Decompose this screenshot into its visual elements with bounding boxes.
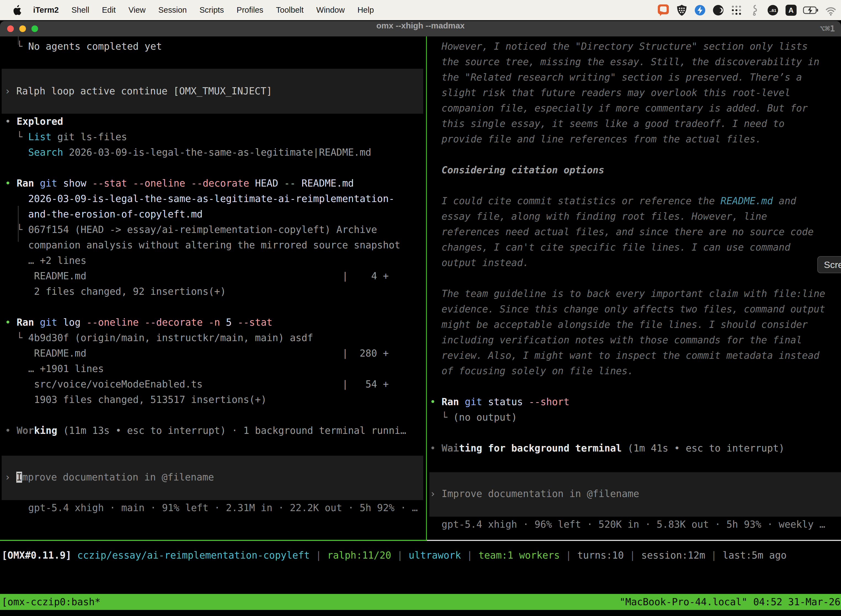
shield-icon[interactable] [675,4,688,16]
terminal-line: › Improve documentation in @filename [5,469,423,485]
terminal-line: However, I noticed the "Directory Struct… [430,39,841,54]
battery-61-icon[interactable]: ..61 [766,4,779,16]
terminal-line: [OMX#0.11.9] cczip/essay/ai-reimplementa… [1,547,787,563]
input-source-letter: A [788,6,794,14]
apple-menu-icon[interactable] [12,5,22,16]
terminal-line: • Working (11m 13s • esc to interrupt) ·… [5,423,426,438]
terminal-line: • Ran git show --stat --oneline --decora… [5,176,426,191]
terminal-line: provide file and line references from th… [430,131,841,147]
left-prompt-input[interactable]: › Improve documentation in @filename [1,456,423,500]
chat-bubble-icon[interactable] [657,4,670,16]
terminal-line: I could cite commit statistics or refere… [430,193,841,209]
omx-status-line: [OMX#0.11.9] cczip/essay/ai-reimplementa… [1,547,787,563]
right-pane-statusline: gpt-5.4 xhigh · 96% left · 520K in · 5.8… [430,517,841,532]
terminal-line: slight risk that future readers may over… [430,85,841,100]
terminal-line: › Ralph loop active continue [OMX_TMUX_I… [5,84,423,99]
left-pane-bottom-border [0,540,426,541]
terminal-line: • Ran git status --short [430,394,841,409]
terminal-line: README.md | 4 + [5,268,426,284]
terminal-line: 1903 files changed, 513517 insertions(+) [5,392,426,407]
right-prompt-text: › Improve documentation in @filename [430,486,841,502]
terminal-line: of focusing solely on file lines. [430,363,841,378]
terminal-line: › Improve documentation in @filename [430,486,841,502]
right-pane-bottom-border [427,540,841,541]
right-pane[interactable]: However, I noticed the "Directory Struct… [429,37,841,540]
left-prompt-text: › Improve documentation in @filename [5,469,423,485]
terminal-line [430,147,841,162]
left-pane[interactable]: └ No agents completed yet › Ralph loop a… [0,37,426,540]
terminal-line: references need actual files, and since … [430,224,841,239]
terminal-line: review. Also, I might want to inspect th… [430,348,841,363]
tree-connector-top [18,37,19,45]
terminal-line: the "Related research writing" section i… [430,70,841,85]
terminal-line [430,178,841,193]
menu-item-session[interactable]: Session [158,6,187,15]
terminal-line: … +1901 lines [5,361,426,377]
window-titlebar: omx --xhigh --madmax ⌥⌘1 [0,21,841,37]
right-prompt-input[interactable]: › Improve documentation in @filename [429,472,841,517]
crescent-icon[interactable] [712,4,725,16]
window-title: omx --xhigh --madmax [0,21,841,37]
terminal-line: src/voice/voiceModeEnabled.ts | 54 + [5,377,426,392]
bolt-badge-icon[interactable] [694,4,706,16]
terminal-line: including verification notes with those … [430,332,841,348]
terminal-line: the source tree, missing the essay. Stil… [430,54,841,70]
menu-item-edit[interactable]: Edit [102,6,116,15]
terminal-line [430,270,841,286]
menu-item-profiles[interactable]: Profiles [237,6,264,15]
terminal-line: Search 2026-03-09-is-legal-the-same-as-l… [5,145,426,160]
terminal-line: └ 067f154 (HEAD -> essay/ai-reimplementa… [5,222,426,238]
terminal-line: • Ran git log --oneline --decorate -n 5 … [5,315,426,330]
menu-item-shell[interactable]: Shell [72,6,89,15]
terminal-line: gpt-5.4 xhigh · 96% left · 520K in · 5.8… [430,517,841,532]
tmux-status-bar: [omx-cczip0:bash* "MacBook-Pro-44.local"… [0,594,841,610]
terminal-line: companion analysis without altering the … [5,238,426,253]
terminal-line: … +2 lines [5,253,426,268]
terminal-line: └ List git ls-files [5,129,426,145]
terminal-line [5,160,426,176]
menu-item-window[interactable]: Window [316,6,344,15]
terminal-line: └ (no output) [430,409,841,425]
terminal-line: might be acceptable alongside the file l… [430,317,841,332]
terminal-line [430,425,841,440]
window-shortcut-badge: ⌥⌘1 [820,21,835,37]
menu-item-scripts[interactable]: Scripts [199,6,224,15]
terminal-line [5,407,426,423]
terminal-line [5,299,426,315]
left-pane-body: • Explored └ List git ls-files Search 20… [5,114,426,438]
terminal-line: and-the-erosion-of-copyleft.md [5,207,426,222]
battery-badge-text: ..61 [769,8,776,13]
terminal-line: 2026-03-09-is-legal-the-same-as-legitima… [5,191,426,207]
terminal-line: The team guideline is to back every impo… [430,286,841,301]
right-pane-body: However, I noticed the "Directory Struct… [430,39,841,456]
terminal-line: output instead. [430,255,841,270]
battery-icon[interactable] [803,4,819,16]
menu-item-help[interactable]: Help [357,6,374,15]
menu-status-icons: ..61 A [657,4,841,16]
left-pane-top-lines: └ No agents completed yet [5,39,426,54]
wifi-icon[interactable] [825,4,837,16]
terminal-line: • Waiting for background terminal (1m 41… [430,440,841,456]
terminal-line: 2 files changed, 92 insertions(+) [5,284,426,299]
terminal-line: Considering citation options [430,162,841,178]
input-source-icon[interactable]: A [785,4,797,16]
menu-item-toolbelt[interactable]: Toolbelt [276,6,303,15]
terminal-line: evidence. Since this change only affects… [430,301,841,317]
terminal-line: README.md | 280 + [5,346,426,361]
terminal-line [430,378,841,394]
menu-item-view[interactable]: View [128,6,145,15]
tmux-host-clock: "MacBook-Pro-44.local" 04:52 31-Mar-26 [620,596,841,607]
terminal-line: essay file, along with finding root file… [430,209,841,224]
ralph-inject-text: › Ralph loop active continue [OMX_TMUX_I… [5,84,423,99]
ralph-inject-box[interactable]: › Ralph loop active continue [OMX_TMUX_I… [1,69,423,114]
macos-menu-bar: iTerm2ShellEditViewSessionScriptsProfile… [0,0,841,20]
screen-tooltip: Scre [817,256,841,273]
dots-grid-icon[interactable] [730,4,743,16]
screen-tooltip-label: Scre [824,260,841,270]
pane-divider[interactable] [426,37,427,541]
menu-item-iterm2[interactable]: iTerm2 [33,6,59,15]
hook-icon[interactable] [748,4,761,16]
terminal-line: gpt-5.4 xhigh · main · 91% left · 2.31M … [5,500,426,516]
terminal-line: └ No agents completed yet [5,39,426,54]
terminal-line: companion file, especially if more comme… [430,100,841,116]
